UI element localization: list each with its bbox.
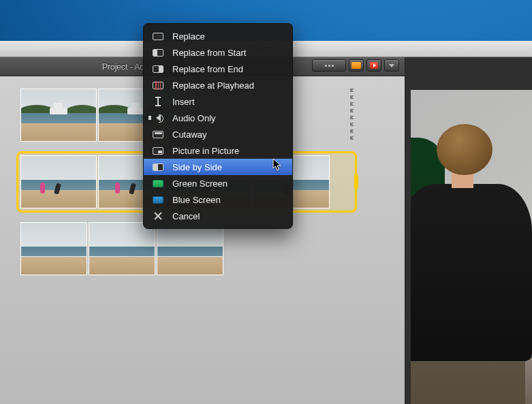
menu-item-label: Side by Side <box>172 162 222 172</box>
green-screen-icon <box>152 178 164 188</box>
project-label: Project - Ad <box>102 62 144 72</box>
side-by-side-icon <box>152 162 164 172</box>
replace-end-icon <box>152 64 164 74</box>
menu-item-cancel[interactable]: Cancel <box>144 208 292 224</box>
chevron-down-icon <box>389 64 394 67</box>
mouse-cursor-icon <box>272 158 282 172</box>
menu-item-cutaway[interactable]: Cutaway <box>144 126 292 142</box>
clip-thumb[interactable] <box>20 155 97 208</box>
preview-person-main <box>416 131 532 404</box>
menu-item-insert[interactable]: Insert <box>144 93 292 110</box>
cutaway-icon <box>152 129 164 139</box>
project-panel: Project - Ad <box>0 57 405 404</box>
cancel-icon <box>152 211 164 221</box>
menu-item-label: Replace from Start <box>172 48 246 58</box>
menu-item-audio-only[interactable]: Audio Only <box>144 110 292 126</box>
menu-item-label: Picture in Picture <box>172 146 239 156</box>
insert-icon <box>152 97 164 106</box>
marker-red-button[interactable] <box>366 59 381 72</box>
menu-item-label: Audio Only <box>172 113 216 123</box>
menu-item-label: Replace at Playhead <box>172 80 254 91</box>
menu-item-label: Replace <box>172 31 205 42</box>
menu-item-side-by-side[interactable]: Side by Side <box>144 159 292 175</box>
view-toggle-button[interactable] <box>312 59 346 72</box>
menu-item-replace-at-playhead[interactable]: Replace at Playhead <box>144 77 292 93</box>
blue-screen-icon <box>152 195 164 204</box>
menu-item-picture-in-picture[interactable]: Picture in Picture <box>144 142 292 159</box>
clip-thumb[interactable] <box>20 222 87 275</box>
replace-start-icon <box>152 48 164 57</box>
replace-playhead-icon <box>152 80 164 90</box>
clip-thumb[interactable] <box>157 222 223 275</box>
panel-toolbar <box>312 59 399 72</box>
menu-item-label: Cutaway <box>172 129 207 140</box>
menu-item-replace-from-start[interactable]: Replace from Start <box>144 44 292 61</box>
menu-item-label: Cancel <box>172 211 200 221</box>
preview-panel <box>405 57 532 404</box>
preview-viewport[interactable] <box>411 90 532 404</box>
menu-item-blue-screen[interactable]: Blue Screen <box>144 191 292 208</box>
menu-item-label: Green Screen <box>172 178 228 189</box>
menu-item-label: Blue Screen <box>172 195 221 205</box>
speaker-icon <box>152 113 164 123</box>
clip-thumb[interactable] <box>89 222 155 275</box>
clip-row-3[interactable] <box>20 222 225 275</box>
menu-item-green-screen[interactable]: Green Screen <box>144 175 292 191</box>
replace-icon <box>152 31 164 41</box>
clip-continues-icon <box>350 89 360 142</box>
menu-item-replace[interactable]: Replace <box>144 28 292 44</box>
dropdown-button[interactable] <box>384 59 399 72</box>
clip-thumb[interactable] <box>20 89 97 142</box>
menu-item-label: Insert <box>172 97 195 107</box>
marker-orange-button[interactable] <box>349 59 364 72</box>
app-body: Project - Ad <box>0 57 532 404</box>
clip-drop-menu: Replace Replace from Start Replace from … <box>143 23 293 229</box>
menu-item-label: Replace from End <box>172 64 243 74</box>
pip-icon <box>152 146 164 155</box>
menu-item-replace-from-end[interactable]: Replace from End <box>144 61 292 77</box>
